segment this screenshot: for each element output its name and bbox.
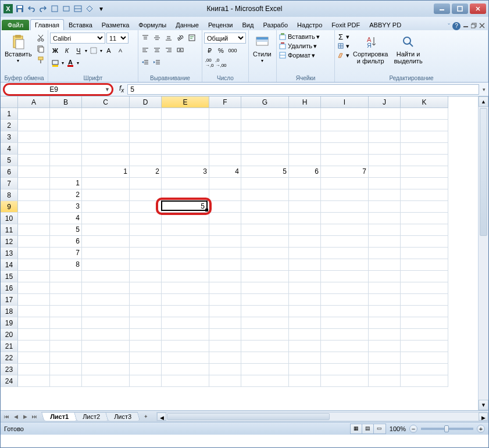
column-header[interactable]: B	[50, 96, 82, 108]
row-header[interactable]: 7	[1, 178, 18, 189]
cell[interactable]	[321, 329, 369, 341]
cell[interactable]	[18, 352, 50, 364]
expand-formula-bar-icon[interactable]: ▾	[479, 87, 488, 92]
cell[interactable]	[401, 213, 448, 224]
align-top-icon[interactable]	[140, 33, 151, 43]
minimize-ribbon-icon[interactable]: ˇ	[448, 23, 450, 30]
cell[interactable]	[321, 341, 369, 352]
cell[interactable]	[82, 329, 130, 341]
row-header[interactable]: 24	[1, 375, 18, 387]
row-header[interactable]: 9	[1, 201, 18, 213]
cell[interactable]	[18, 306, 50, 317]
paste-button[interactable]: Вставить ▾	[2, 33, 34, 64]
cell[interactable]	[130, 294, 162, 306]
cell[interactable]	[289, 329, 321, 341]
cell[interactable]	[82, 364, 130, 375]
cell[interactable]	[130, 306, 162, 317]
cell[interactable]: 2	[130, 166, 162, 178]
cell[interactable]	[369, 201, 401, 213]
cell[interactable]	[209, 317, 241, 329]
cell[interactable]	[209, 143, 241, 155]
align-bottom-icon[interactable]	[163, 33, 174, 43]
cell[interactable]	[401, 329, 448, 341]
cell[interactable]: 1	[82, 166, 130, 178]
zoom-out-button[interactable]: −	[409, 425, 417, 433]
row-header[interactable]: 20	[1, 329, 18, 341]
select-all-corner[interactable]	[1, 96, 18, 108]
row-header[interactable]: 2	[1, 120, 18, 131]
cell[interactable]	[209, 224, 241, 236]
cell[interactable]	[369, 375, 401, 387]
cell[interactable]	[321, 236, 369, 248]
cell[interactable]	[289, 282, 321, 294]
minimize-button[interactable]	[434, 3, 450, 14]
scroll-down-button[interactable]: ▼	[479, 400, 488, 410]
cell[interactable]	[321, 317, 369, 329]
cell[interactable]	[50, 143, 82, 155]
cell[interactable]	[401, 248, 448, 259]
cell[interactable]	[401, 294, 448, 306]
cell[interactable]	[209, 201, 241, 213]
cell[interactable]	[130, 329, 162, 341]
cell[interactable]	[50, 108, 82, 120]
cell[interactable]	[241, 213, 289, 224]
normal-view-button[interactable]: ▦	[351, 424, 362, 433]
cell[interactable]	[50, 131, 82, 143]
cell[interactable]	[241, 189, 289, 201]
wrap-text-icon[interactable]	[187, 33, 197, 43]
cell[interactable]: 5	[50, 224, 82, 236]
cell[interactable]	[321, 364, 369, 375]
cell[interactable]	[241, 259, 289, 271]
cell[interactable]	[162, 259, 209, 271]
cell[interactable]	[162, 201, 209, 213]
cell[interactable]	[289, 317, 321, 329]
ribbon-tab-формулы[interactable]: Формулы	[134, 19, 171, 30]
cell[interactable]	[18, 282, 50, 294]
cell[interactable]	[321, 178, 369, 189]
cut-icon[interactable]	[35, 33, 46, 43]
cell[interactable]: 5	[241, 166, 289, 178]
cell[interactable]	[241, 306, 289, 317]
cell[interactable]	[321, 108, 369, 120]
row-header[interactable]: 5	[1, 155, 18, 166]
file-tab[interactable]: Файл	[2, 20, 29, 30]
cell[interactable]	[369, 155, 401, 166]
cell[interactable]: 6	[50, 236, 82, 248]
cell[interactable]	[289, 259, 321, 271]
cell[interactable]	[130, 131, 162, 143]
align-right-icon[interactable]	[163, 45, 174, 55]
increase-font-icon[interactable]: A	[103, 45, 114, 56]
cell[interactable]	[369, 189, 401, 201]
cell[interactable]	[50, 306, 82, 317]
copy-icon[interactable]	[35, 44, 46, 54]
cell[interactable]: 7	[321, 166, 369, 178]
new-sheet-icon[interactable]: ✦	[141, 412, 151, 421]
cell[interactable]	[369, 120, 401, 131]
cell[interactable]	[401, 155, 448, 166]
ribbon-tab-foxit pdf[interactable]: Foxit PDF	[327, 19, 365, 30]
cell[interactable]	[18, 248, 50, 259]
cell[interactable]	[241, 155, 289, 166]
cell[interactable]	[18, 120, 50, 131]
cell[interactable]	[321, 131, 369, 143]
cell[interactable]	[130, 189, 162, 201]
cell[interactable]	[401, 271, 448, 282]
cell[interactable]	[401, 236, 448, 248]
cell[interactable]	[289, 375, 321, 387]
page-break-view-button[interactable]: ▭	[374, 424, 386, 433]
cell[interactable]: 7	[50, 248, 82, 259]
cell[interactable]	[162, 271, 209, 282]
row-header[interactable]: 15	[1, 271, 18, 282]
cell[interactable]	[209, 178, 241, 189]
horizontal-scrollbar[interactable]: ◀ ▶	[156, 412, 488, 421]
cell[interactable]	[401, 201, 448, 213]
zoom-slider[interactable]	[421, 428, 473, 430]
cell[interactable]	[18, 341, 50, 352]
cell[interactable]	[321, 120, 369, 131]
cell[interactable]	[82, 341, 130, 352]
align-center-icon[interactable]	[152, 45, 162, 55]
cell[interactable]	[18, 213, 50, 224]
cell[interactable]: 8	[50, 259, 82, 271]
cell[interactable]	[289, 294, 321, 306]
cell[interactable]	[401, 178, 448, 189]
